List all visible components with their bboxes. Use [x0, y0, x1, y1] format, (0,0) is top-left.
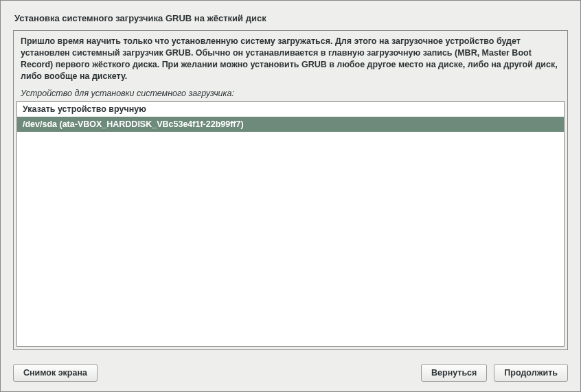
device-list[interactable]: Указать устройство вручную /dev/sda (ata…: [16, 101, 565, 347]
continue-button[interactable]: Продолжить: [494, 364, 568, 382]
button-bar: Снимок экрана Вернуться Продолжить: [1, 358, 580, 391]
device-field-label: Устройство для установки системного загр…: [14, 86, 567, 101]
content-frame: Пришло время научить только что установл…: [13, 30, 568, 350]
description-text: Пришло время научить только что установл…: [14, 31, 567, 86]
back-button[interactable]: Вернуться: [421, 364, 487, 382]
list-item-manual[interactable]: Указать устройство вручную: [17, 102, 564, 117]
spacer: [104, 364, 414, 382]
page-title: Установка системного загрузчика GRUB на …: [14, 13, 567, 23]
list-item-dev-sda[interactable]: /dev/sda (ata-VBOX_HARDDISK_VBc53e4f1f-2…: [17, 117, 564, 132]
screenshot-button[interactable]: Снимок экрана: [13, 364, 98, 382]
installer-window: Установка системного загрузчика GRUB на …: [0, 0, 581, 392]
title-area: Установка системного загрузчика GRUB на …: [1, 1, 580, 30]
